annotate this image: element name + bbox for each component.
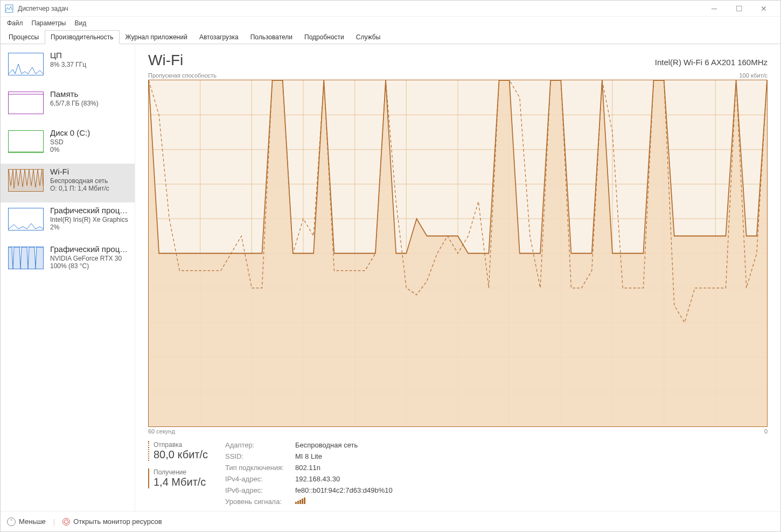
sidebar-item-sub: 2%: [50, 223, 128, 231]
sidebar-item-sub: SSD: [50, 138, 128, 146]
menubar: Файл Параметры Вид: [1, 17, 780, 30]
prop-ipv6-label: IPv6-адрес:: [225, 486, 295, 494]
sidebar-item-2[interactable]: Диск 0 (C:)SSD0%: [1, 125, 135, 164]
tab-services[interactable]: Службы: [350, 30, 386, 44]
sidebar-item-sub: О: 0,1 П: 1,4 Мбит/с: [50, 185, 128, 192]
fewer-details-button[interactable]: ˄ Меньше: [7, 517, 46, 526]
sidebar-thumb: [8, 53, 44, 75]
sidebar-thumb: [8, 92, 44, 114]
sidebar-item-5[interactable]: Графический процессор 1NVIDIA GeForce RT…: [1, 241, 135, 280]
sidebar-item-title: Память: [50, 89, 128, 99]
chart-label-throughput: Пропускная способность: [148, 72, 217, 79]
sidebar-item-info: Диск 0 (C:)SSD0%: [50, 128, 128, 153]
sidebar-item-1[interactable]: Память6,5/7,8 ГБ (83%): [1, 86, 135, 125]
prop-signal-value: [295, 498, 393, 506]
resource-monitor-label: Открыть монитор ресурсов: [73, 517, 162, 526]
signal-bars-icon: [295, 498, 305, 504]
maximize-button[interactable]: ☐: [727, 1, 751, 17]
stat-send-value: 80,0 кбит/с: [154, 449, 208, 461]
prop-ssid-value: MI 8 Lite: [295, 452, 393, 460]
sidebar-item-info: Память6,5/7,8 ГБ (83%): [50, 89, 128, 107]
sidebar-item-sub: 6,5/7,8 ГБ (83%): [50, 100, 128, 107]
sidebar-item-sub: 100% (83 °C): [50, 262, 128, 270]
menu-options[interactable]: Параметры: [27, 18, 71, 28]
menu-file[interactable]: Файл: [3, 18, 27, 28]
sidebar-item-sub: Intel(R) Iris(R) Xe Graphics: [50, 216, 128, 223]
sidebar-item-3[interactable]: Wi-FiБеспроводная сетьО: 0,1 П: 1,4 Мбит…: [1, 164, 135, 202]
tabbar: Процессы Производительность Журнал прило…: [1, 30, 780, 44]
stat-send: Отправка 80,0 кбит/с: [148, 441, 208, 461]
sidebar-item-sub: NVIDIA GeForce RTX 30: [50, 255, 128, 262]
sidebar-item-info: Графический процессор 1NVIDIA GeForce RT…: [50, 244, 128, 270]
sidebar-thumb: [8, 130, 44, 153]
prop-ssid-label: SSID:: [225, 452, 295, 460]
sidebar-item-info: ЦП8% 3,37 ГГц: [50, 51, 128, 68]
sidebar-item-title: Графический процессор 0: [50, 206, 128, 215]
sidebar: ЦП8% 3,37 ГГцПамять6,5/7,8 ГБ (83%)Диск …: [1, 44, 135, 511]
prop-conntype-value: 802.11n: [295, 464, 393, 472]
menu-view[interactable]: Вид: [70, 18, 90, 28]
stat-recv-label: Получение: [154, 468, 208, 476]
prop-ipv6-value: fe80::b01f:94c2:7d63:d49b%10: [295, 486, 393, 494]
main-panel: Wi-Fi Intel(R) Wi-Fi 6 AX201 160MHz Проп…: [135, 44, 780, 511]
stat-recv-value: 1,4 Мбит/с: [154, 476, 208, 488]
prop-conntype-label: Тип подключения:: [225, 464, 295, 472]
tab-users[interactable]: Пользователи: [245, 30, 298, 44]
sidebar-item-sub: 8% 3,37 ГГц: [50, 61, 128, 68]
open-resource-monitor-link[interactable]: Открыть монитор ресурсов: [62, 517, 162, 526]
prop-signal-label: Уровень сигнала:: [225, 498, 295, 506]
titlebar: Диспетчер задач ─ ☐ ✕: [1, 1, 780, 17]
sidebar-item-0[interactable]: ЦП8% 3,37 ГГц: [1, 47, 135, 86]
prop-adapter-value: Беспроводная сеть: [295, 441, 393, 449]
window-controls: ─ ☐ ✕: [702, 1, 776, 17]
stat-send-label: Отправка: [154, 441, 208, 449]
sidebar-item-title: Wi-Fi: [50, 167, 128, 176]
sidebar-thumb: [8, 208, 44, 230]
sidebar-item-info: Wi-FiБеспроводная сетьО: 0,1 П: 1,4 Мбит…: [50, 167, 128, 192]
chart-label-x-end: 0: [764, 428, 768, 435]
chart-label-scale: 100 кбит/с: [739, 72, 768, 79]
sidebar-thumb: [8, 247, 44, 269]
stats-column: Отправка 80,0 кбит/с Получение 1,4 Мбит/…: [148, 441, 208, 506]
close-button[interactable]: ✕: [751, 1, 776, 17]
tab-details[interactable]: Подробности: [298, 30, 350, 44]
prop-ipv4-value: 192.168.43.30: [295, 475, 393, 483]
page-title: Wi-Fi: [148, 52, 183, 69]
tab-startup[interactable]: Автозагрузка: [193, 30, 245, 44]
props-column: Адаптер: Беспроводная сеть SSID: MI 8 Li…: [225, 441, 393, 506]
prop-adapter-label: Адаптер:: [225, 441, 295, 449]
fewer-details-label: Меньше: [19, 517, 46, 526]
adapter-name: Intel(R) Wi-Fi 6 AX201 160MHz: [655, 58, 768, 67]
prop-ipv4-label: IPv4-адрес:: [225, 475, 295, 483]
sidebar-item-4[interactable]: Графический процессор 0Intel(R) Iris(R) …: [1, 202, 135, 241]
sidebar-thumb: [8, 169, 44, 192]
window-title: Диспетчер задач: [18, 5, 68, 12]
tab-performance[interactable]: Производительность: [45, 30, 119, 44]
stat-recv: Получение 1,4 Мбит/с: [148, 468, 208, 488]
sidebar-item-info: Графический процессор 0Intel(R) Iris(R) …: [50, 206, 128, 231]
chart-area: [148, 80, 768, 427]
tab-app-history[interactable]: Журнал приложений: [120, 30, 193, 44]
resource-monitor-icon: [62, 518, 70, 526]
footer-divider: |: [53, 517, 55, 526]
sidebar-item-title: Диск 0 (C:): [50, 128, 128, 137]
sidebar-item-sub: Беспроводная сеть: [50, 177, 128, 185]
sidebar-item-title: Графический процессор 1: [50, 244, 128, 254]
footer: ˄ Меньше | Открыть монитор ресурсов: [1, 511, 780, 531]
tab-processes[interactable]: Процессы: [3, 30, 45, 44]
minimize-button[interactable]: ─: [702, 1, 727, 17]
chevron-up-icon: ˄: [7, 517, 16, 526]
sidebar-item-sub: 0%: [50, 146, 128, 153]
sidebar-item-title: ЦП: [50, 51, 128, 60]
chart-label-x-start: 60 секунд: [148, 428, 175, 435]
app-icon: [5, 4, 13, 13]
